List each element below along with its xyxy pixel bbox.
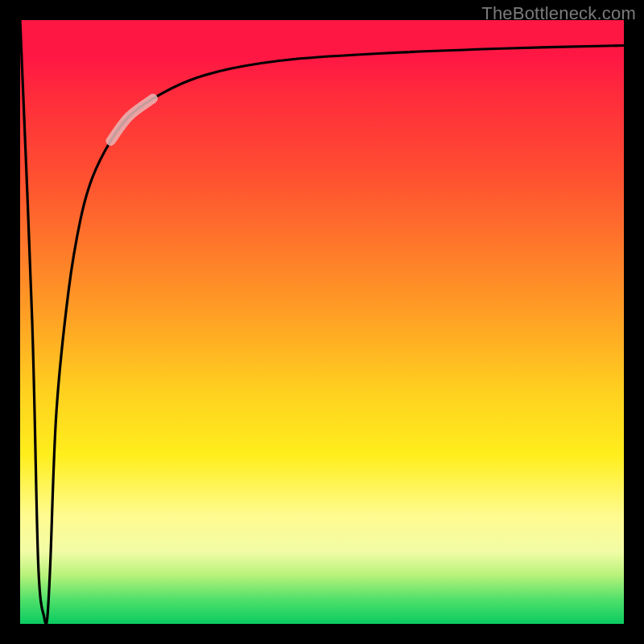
chart-frame: TheBottleneck.com bbox=[0, 0, 644, 644]
bottleneck-curve-highlight bbox=[111, 99, 154, 142]
curve-svg bbox=[20, 20, 624, 624]
plot-area bbox=[20, 20, 624, 624]
bottleneck-curve-path bbox=[20, 20, 624, 625]
